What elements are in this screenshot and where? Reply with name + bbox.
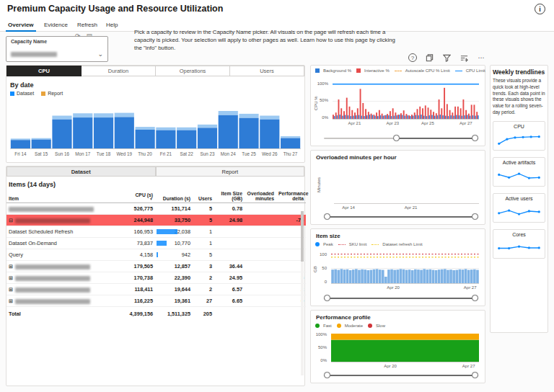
trend-sparkline xyxy=(495,238,543,257)
table-row[interactable]: 526,775151,71450.78 xyxy=(6,203,306,215)
tab-overview[interactable]: Overview xyxy=(6,20,36,32)
cell-overloaded xyxy=(245,284,276,295)
by-date-chart[interactable] xyxy=(10,102,301,149)
legend-label: Moderate xyxy=(345,324,363,328)
cell-item-size xyxy=(214,226,245,238)
copy-icon[interactable] xyxy=(425,53,434,63)
info-button[interactable]: i xyxy=(535,4,545,14)
by-date-x-labels: Fri 14Sat 15Sun 16Mon 17Tue 18Wed 19Thu … xyxy=(10,151,301,156)
col-performance-delta[interactable]: Performance delta xyxy=(276,190,306,203)
item-size-chart[interactable] xyxy=(331,254,479,284)
more-options-icon[interactable]: ⋯ xyxy=(477,53,486,63)
cell-users: 1 xyxy=(193,226,214,238)
background-legend-swatch xyxy=(315,68,320,73)
table-row[interactable]: ⊞116,22519,361276.650 xyxy=(6,295,306,307)
cell-item: Dataset Scheduled Refresh xyxy=(6,226,115,238)
metric-tab-operations[interactable]: Operations xyxy=(156,66,230,76)
cell-overloaded xyxy=(245,238,276,249)
metric-tab-users[interactable]: Users xyxy=(230,66,304,76)
cell-cpu: 244,948 xyxy=(115,215,155,226)
expand-row-icon[interactable]: ⊞ xyxy=(9,298,13,304)
metric-tab-duration[interactable]: Duration xyxy=(82,66,156,76)
slider-knob-right[interactable] xyxy=(472,135,478,141)
capacity-picker-value[interactable]: ⌄ xyxy=(11,50,103,58)
cpu-chart-legend: Background % Interactive % Autoscale CPU… xyxy=(311,66,485,73)
cpu-utilization-chart[interactable] xyxy=(333,84,479,120)
cpu-time-range-slider[interactable] xyxy=(324,134,478,142)
col-item[interactable]: Item xyxy=(6,190,115,203)
legend-label: Fast xyxy=(323,324,332,328)
trend-card-cores[interactable]: Cores xyxy=(493,229,545,259)
slider-knob-left[interactable] xyxy=(393,135,400,141)
autoscale-limit-legend-swatch xyxy=(395,71,402,71)
entity-tab-dataset[interactable]: Dataset xyxy=(6,166,156,177)
cell-item: Query xyxy=(6,249,115,261)
col-duration[interactable]: Duration (s) xyxy=(155,190,193,203)
expand-row-icon[interactable]: ⊞ xyxy=(9,275,13,281)
slider-knob-right[interactable] xyxy=(472,372,478,378)
cell-item: ⊞ xyxy=(6,295,115,307)
cell-item-size: 36.44 xyxy=(214,261,245,272)
collapse-row-icon[interactable]: ⊟ xyxy=(9,218,13,223)
trend-card-active-users[interactable]: Active users xyxy=(493,193,545,223)
col-cpu[interactable]: CPU (s)▼ xyxy=(115,190,155,203)
table-row[interactable]: ⊟244,94833,750524.98-76 xyxy=(6,215,306,226)
cell-overloaded xyxy=(245,215,276,226)
table-row[interactable]: ⊞118,41119,64426.572 xyxy=(6,284,306,295)
performance-profile-chart[interactable] xyxy=(331,334,479,362)
items-panel: Dataset Report Items (14 days) Item CPU … xyxy=(6,166,305,386)
expand-row-icon[interactable]: ⊞ xyxy=(9,264,13,270)
redacted-item-name xyxy=(15,299,90,304)
col-users[interactable]: Users xyxy=(193,190,214,203)
x-axis-label: Tue 25 xyxy=(239,151,260,156)
overloaded-minutes-chart[interactable] xyxy=(334,166,479,204)
slider-knob-right[interactable] xyxy=(472,213,478,220)
tab-evidence[interactable]: Evidence xyxy=(42,20,70,30)
x-axis-label: Thu 20 xyxy=(135,151,156,156)
filter-icon[interactable] xyxy=(442,53,452,63)
performance-time-range-slider[interactable] xyxy=(324,371,478,379)
cell-users: 2 xyxy=(193,284,214,295)
table-scrollbar-thumb[interactable] xyxy=(301,211,304,262)
tab-refresh[interactable]: Refresh xyxy=(75,20,100,30)
cell-item: ⊞ xyxy=(6,261,115,272)
y-axis-title: GB xyxy=(313,266,317,272)
overloaded-time-range-slider[interactable] xyxy=(324,213,478,220)
item-name: Dataset Scheduled Refresh xyxy=(9,228,73,235)
cell-users: 3 xyxy=(193,261,214,272)
capacity-name-picker[interactable]: Capacity Name ⌄ xyxy=(6,36,108,62)
table-row[interactable]: Dataset On-Demand73,83710,7701 xyxy=(6,238,306,249)
table-row[interactable]: Query4,1589425 xyxy=(6,249,306,261)
by-date-panel: CPU Duration Operations Users By date Da… xyxy=(6,65,305,163)
tab-help[interactable]: Help xyxy=(104,20,120,30)
y-tick-label: 0% xyxy=(312,358,327,362)
cell-item-size xyxy=(214,249,245,261)
col-overloaded-minutes[interactable]: Overloaded minutes xyxy=(245,190,276,203)
x-axis-label: Apr 23 xyxy=(386,121,399,125)
metric-tab-cpu[interactable]: CPU xyxy=(6,66,82,76)
by-date-title: By date xyxy=(10,81,304,89)
table-scrollbar[interactable] xyxy=(301,211,304,375)
trend-card-cpu[interactable]: CPU xyxy=(493,121,545,151)
slider-knob-left[interactable] xyxy=(324,295,330,301)
col-item-size[interactable]: Item Size (GB) xyxy=(214,190,245,203)
slider-knob-left[interactable] xyxy=(324,372,330,378)
slider-knob-left[interactable] xyxy=(324,213,330,220)
expand-row-icon[interactable]: ⊞ xyxy=(9,287,13,293)
duration-data-bar xyxy=(157,252,158,257)
performance-profile-panel: Performance profile Fast Moderate Slow 1… xyxy=(310,310,485,383)
total-cpu: 4,399,156 xyxy=(115,307,155,321)
help-circle-icon[interactable]: ? xyxy=(408,53,417,62)
cell-item-size: 0.78 xyxy=(214,203,245,215)
table-header-row: Item CPU (s)▼ Duration (s) Users Item Si… xyxy=(6,190,306,203)
x-axis-label: Apr 20 xyxy=(387,285,400,290)
focus-mode-icon[interactable] xyxy=(460,53,469,63)
table-row[interactable]: ⊞170,73822,390224.955 xyxy=(6,272,306,284)
entity-tab-report[interactable]: Report xyxy=(156,166,305,177)
table-row[interactable]: ⊞179,50512,857336.44 xyxy=(6,261,306,272)
trend-card-active-artifacts[interactable]: Active artifacts xyxy=(493,157,545,187)
item-size-time-range-slider[interactable] xyxy=(324,294,478,302)
table-row[interactable]: Dataset Scheduled Refresh166,95322,0381 xyxy=(6,226,306,238)
slider-knob-right[interactable] xyxy=(472,295,478,301)
x-axis-label: Sun 23 xyxy=(197,151,218,156)
